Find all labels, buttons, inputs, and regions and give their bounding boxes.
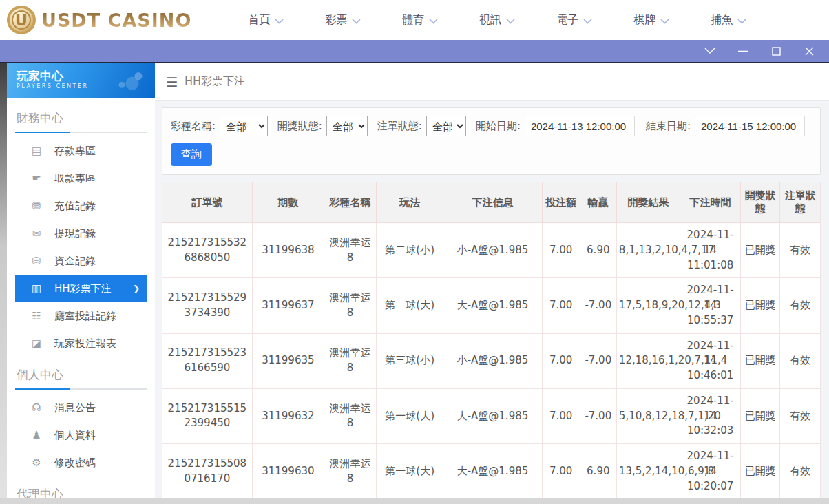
chevron-down-icon[interactable] (704, 45, 716, 57)
nav-item-board-games[interactable]: 棋牌 (613, 0, 690, 40)
table-cell: 31199637 (252, 278, 324, 333)
sidebar-item-announcements[interactable]: ☊消息公告 (15, 394, 147, 421)
close-icon[interactable] (803, 45, 815, 57)
coin-letter: U (12, 10, 31, 30)
sidebar-item-change-password[interactable]: ⚙修改密碼 (15, 449, 147, 476)
sidebar-item-player-bet-report[interactable]: ◪玩家投注報表 (15, 330, 147, 357)
table-cell: 31199638 (252, 223, 324, 278)
table-cell: 第二球(大) (377, 278, 443, 333)
sidebar-item-label: 消息公告 (54, 401, 96, 414)
sidebar-item-withdrawal-records[interactable]: ✉提現記錄 (15, 220, 147, 247)
sidebar-item-label: 充值記錄 (54, 200, 96, 213)
bell-icon: ☊ (30, 401, 43, 414)
table-cell: 7.00 (542, 333, 580, 388)
order-status-select[interactable]: 全部 (426, 116, 466, 136)
table-cell: 已開獎 (741, 388, 780, 443)
table-cell: 6.90 (580, 223, 616, 278)
table-cell: 有效 (780, 388, 820, 443)
nav-label: 棋牌 (633, 13, 655, 28)
section-title[interactable]: 財務中心 (17, 110, 145, 126)
wallet-icon: ✉ (30, 227, 43, 240)
start-date-input[interactable] (525, 116, 635, 136)
section-title[interactable]: 代理中心 (17, 486, 145, 498)
column-header: 投注額 (542, 182, 580, 223)
lottery-name-select[interactable]: 全部 (220, 116, 268, 136)
sidebar-item-funds-records[interactable]: ⛁資金記錄 (15, 247, 147, 275)
column-header: 注單狀態 (780, 182, 820, 223)
nav-label: 視訊 (479, 13, 501, 28)
chevron-right-icon: ❯ (133, 284, 140, 293)
table-cell: 已開獎 (741, 333, 780, 388)
ticket-list-icon: ▥ (30, 282, 43, 295)
column-header: 開獎狀態 (741, 182, 780, 223)
main-area: 玩家中心 PLAYERS CENTER 財務中心▤存款專區☛取款專區⛃充值記錄✉… (0, 63, 829, 498)
withdraw-hand-icon: ☛ (30, 172, 43, 185)
chevron-down-icon (583, 19, 592, 24)
table-cell: 第二球(小) (377, 223, 443, 278)
sidebar-item-profile[interactable]: ♟個人資料 (15, 421, 147, 449)
nav-label: 彩票 (325, 13, 347, 28)
table-row: 215217315529373439031199637澳洲幸运8第二球(大)大-… (162, 278, 820, 333)
logo-text: USDT CASINO (41, 10, 191, 31)
nav-label: 電子 (556, 13, 578, 28)
sidebar-item-deposit-area[interactable]: ▤存款專區 (15, 137, 147, 165)
window-left-edge (0, 63, 7, 498)
table-cell: 有效 (780, 223, 820, 278)
nav-item-sports[interactable]: 體育 (381, 0, 459, 40)
table-row: 215217315515239945031199632澳洲幸运8第一球(大)大-… (162, 388, 820, 443)
sidebar-item-label: 玩家投注報表 (54, 337, 116, 350)
table-cell: 小-A盤@1.985 (443, 333, 542, 388)
nav-item-lottery[interactable]: 彩票 (304, 0, 381, 40)
minimize-icon[interactable] (737, 45, 749, 57)
table-cell: 7.00 (542, 223, 580, 278)
sidebar-item-hh-lottery-bets[interactable]: ▥HH彩票下注❯ (15, 275, 147, 302)
column-header: 玩法 (377, 182, 443, 223)
table-cell: -7.00 (580, 278, 616, 333)
gamepad-graphic-icon (109, 66, 151, 95)
filter-row: 彩種名稱: 全部 開獎狀態: 全部 注單狀態: 全部 開始日期: 結束日期: (171, 116, 812, 136)
table-cell: 31199632 (252, 388, 324, 443)
sidebar-item-label: 取款專區 (54, 172, 96, 185)
sidebar-sections: 財務中心▤存款專區☛取款專區⛃充值記錄✉提現記錄⛁資金記錄▥HH彩票下注❯☷廳室… (7, 98, 155, 498)
query-button[interactable]: 查詢 (171, 143, 212, 166)
sidebar-inner: 玩家中心 PLAYERS CENTER 財務中心▤存款專區☛取款專區⛃充值記錄✉… (7, 63, 155, 498)
draw-status-select[interactable]: 全部 (326, 116, 368, 136)
table-cell: -7.00 (580, 388, 616, 443)
table-cell: 31199630 (252, 444, 324, 499)
maximize-icon[interactable] (770, 45, 782, 57)
usdt-coin-icon: U (7, 6, 36, 34)
table-cell: 5,10,8,12,18,7,1,20 (616, 388, 680, 443)
app-window: U USDT CASINO 首頁彩票體育視訊電子棋牌捕魚 玩家中心 PLAYER… (0, 0, 829, 504)
sidebar-item-label: HH彩票下注 (54, 282, 112, 295)
table-cell: 2152173155326868050 (162, 223, 252, 278)
sidebar-item-withdraw-area[interactable]: ☛取款專區 (15, 165, 147, 192)
hamburger-menu-icon[interactable]: ☰ (166, 74, 178, 90)
sidebar-item-recharge-records[interactable]: ⛃充值記錄 (15, 192, 147, 220)
table-row: 215217315508071617031199630澳洲幸运8第一球(大)大-… (162, 444, 820, 499)
section-title[interactable]: 個人中心 (17, 367, 145, 383)
column-header: 輸贏 (580, 182, 616, 223)
content-area: ☰ HH彩票下注 彩種名稱: 全部 開獎狀態: 全部 注單狀態: 全部 (155, 63, 829, 498)
order-status-label: 注單狀態: (377, 120, 422, 133)
deposit-card-icon: ▤ (30, 145, 43, 157)
table-cell: 6.90 (580, 444, 616, 499)
end-date-input[interactable] (695, 116, 805, 136)
sidebar-item-hall-bet-records[interactable]: ☷廳室投註記錄 (15, 302, 147, 330)
table-cell: 2152173155080716170 (162, 444, 252, 499)
nav-item-home[interactable]: 首頁 (227, 0, 304, 40)
chart-report-icon: ◪ (30, 337, 43, 350)
logo[interactable]: U USDT CASINO (7, 6, 191, 34)
table-cell: 小-A盤@1.985 (443, 223, 542, 278)
nav-item-live-video[interactable]: 視訊 (459, 0, 536, 40)
nav-item-slots[interactable]: 電子 (536, 0, 613, 40)
gear-icon: ⚙ (30, 456, 43, 469)
breadcrumb: ☰ HH彩票下注 (155, 63, 829, 101)
column-header: 彩種名稱 (324, 182, 376, 223)
column-header: 下注時間 (680, 182, 741, 223)
page-title: HH彩票下注 (185, 74, 245, 89)
table-cell: 澳洲幸运8 (324, 333, 376, 388)
sidebar-item-label: 廳室投註記錄 (54, 310, 116, 323)
nav-item-fishing[interactable]: 捕魚 (690, 0, 767, 40)
table-cell: 12,18,16,1,20,7,11,4 (616, 333, 680, 388)
column-header: 開獎結果 (616, 182, 680, 223)
